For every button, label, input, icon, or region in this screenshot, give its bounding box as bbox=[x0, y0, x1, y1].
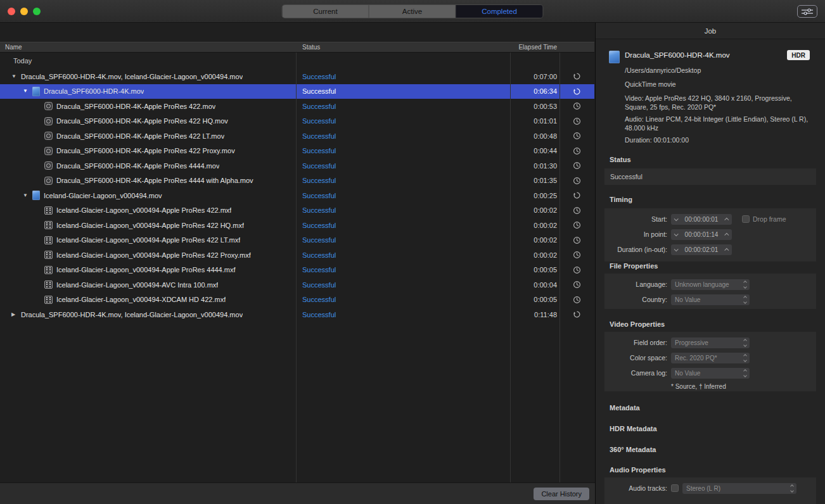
start-label: Start: bbox=[604, 215, 667, 223]
duration-in-out-label: Duration (in-out): bbox=[604, 246, 667, 253]
file-name: Dracula_SPF6000-HDR-4K.mov, Iceland-Glac… bbox=[21, 311, 243, 318]
retry-button[interactable] bbox=[560, 69, 594, 84]
duration-timecode-stepper[interactable]: 00:00:02:01 bbox=[671, 244, 732, 255]
retry-button[interactable] bbox=[560, 307, 594, 322]
minimize-window-button[interactable] bbox=[20, 8, 28, 15]
language-popup[interactable]: Unknown language bbox=[671, 279, 750, 290]
country-value: No Value bbox=[675, 296, 700, 303]
increment-icon[interactable] bbox=[724, 217, 729, 222]
clock-icon bbox=[560, 99, 594, 114]
clock-icon bbox=[560, 277, 594, 293]
table-row[interactable]: Iceland-Glacier-Lagoon_v000494-XDCAM HD … bbox=[0, 293, 594, 308]
clock-icon bbox=[560, 293, 594, 308]
output-setting-icon bbox=[44, 132, 53, 140]
status-cell: Successful bbox=[296, 69, 510, 84]
language-value: Unknown language bbox=[675, 281, 729, 288]
column-header-name[interactable]: Name bbox=[0, 42, 296, 52]
status-cell: Successful bbox=[296, 158, 510, 173]
date-group-header: Today bbox=[0, 53, 594, 69]
movie-file-icon bbox=[609, 51, 620, 63]
status-cell: Successful bbox=[296, 293, 510, 308]
color-space-popup[interactable]: Rec. 2020 PQ* bbox=[671, 353, 750, 363]
elapsed-time-cell: 0:00:25 bbox=[510, 188, 560, 203]
file-name-cell: Dracula_SPF6000-HDR-4K-Apple ProRes 422 … bbox=[0, 144, 296, 159]
table-row[interactable]: ▼Dracula_SPF6000-HDR-4K.mov, Iceland-Gla… bbox=[0, 69, 594, 84]
country-popup[interactable]: No Value bbox=[671, 294, 750, 305]
retry-button[interactable] bbox=[560, 188, 594, 203]
column-header-status[interactable]: Status bbox=[296, 42, 510, 52]
field-order-popup[interactable]: Progressive bbox=[671, 337, 750, 348]
camera-log-popup[interactable]: No Value bbox=[671, 368, 750, 379]
table-row[interactable]: ▼Iceland-Glacier-Lagoon_v000494.movSucce… bbox=[0, 188, 594, 203]
audio-properties-section-label: Audio Properties bbox=[610, 466, 666, 474]
status-cell: Successful bbox=[296, 173, 510, 189]
drop-frame-checkbox[interactable] bbox=[742, 215, 750, 223]
status-cell: Successful bbox=[296, 203, 510, 218]
file-name-cell: Iceland-Glacier-Lagoon_v000494-Apple Pro… bbox=[0, 263, 296, 278]
color-space-label: Color space: bbox=[604, 354, 667, 362]
disclosure-down-icon[interactable]: ▼ bbox=[23, 89, 32, 94]
filter-button[interactable] bbox=[797, 5, 817, 18]
disclosure-right-icon[interactable]: ▶ bbox=[11, 312, 21, 317]
popup-arrows-icon bbox=[744, 339, 746, 346]
table-row[interactable]: ▼Dracula_SPF6000-HDR-4K.movSuccessful0:0… bbox=[0, 84, 594, 99]
tab-current[interactable]: Current bbox=[283, 5, 369, 18]
table-row[interactable]: Dracula_SPF6000-HDR-4K-Apple ProRes 422 … bbox=[0, 129, 594, 144]
column-header-elapsed[interactable]: Elapsed Time bbox=[510, 42, 560, 52]
table-row[interactable]: Dracula_SPF6000-HDR-4K-Apple ProRes 422.… bbox=[0, 99, 594, 114]
status-cell: Successful bbox=[296, 233, 510, 248]
file-name-cell: ▶Dracula_SPF6000-HDR-4K.mov, Iceland-Gla… bbox=[0, 307, 296, 322]
table-row[interactable]: Iceland-Glacier-Lagoon_v000494-Apple Pro… bbox=[0, 233, 594, 248]
status-section-label: Status bbox=[610, 156, 631, 163]
audio-summary: Audio: Linear PCM, 24-bit Integer (Littl… bbox=[625, 115, 812, 132]
status-value: Successful bbox=[604, 168, 816, 185]
tab-active[interactable]: Active bbox=[369, 5, 456, 18]
file-name: Iceland-Glacier-Lagoon_v000494-Apple Pro… bbox=[56, 251, 251, 259]
file-name: Iceland-Glacier-Lagoon_v000494-Apple Pro… bbox=[56, 206, 231, 214]
elapsed-time-cell: 0:01:35 bbox=[510, 173, 560, 189]
table-row[interactable]: Iceland-Glacier-Lagoon_v000494-Apple Pro… bbox=[0, 263, 594, 278]
file-name: Dracula_SPF6000-HDR-4K-Apple ProRes 4444… bbox=[56, 162, 219, 170]
decrement-icon[interactable] bbox=[674, 247, 679, 251]
increment-icon[interactable] bbox=[724, 232, 729, 237]
table-row[interactable]: Dracula_SPF6000-HDR-4K-Apple ProRes 4444… bbox=[0, 158, 594, 173]
table-body: Today ▼Dracula_SPF6000-HDR-4K.mov, Icela… bbox=[0, 53, 594, 322]
table-row[interactable]: Iceland-Glacier-Lagoon_v000494-Apple Pro… bbox=[0, 218, 594, 233]
audio-track-checkbox[interactable] bbox=[671, 484, 679, 492]
retry-button[interactable] bbox=[560, 84, 594, 99]
table-row[interactable]: ▶Dracula_SPF6000-HDR-4K.mov, Iceland-Gla… bbox=[0, 307, 594, 322]
table-row[interactable]: Iceland-Glacier-Lagoon_v000494-Apple Pro… bbox=[0, 203, 594, 218]
column-separator bbox=[296, 42, 297, 482]
history-pane: Name Status Elapsed Time Today ▼Dracula_… bbox=[0, 23, 595, 504]
audio-tracks-label: Audio tracks: bbox=[604, 484, 667, 492]
table-row[interactable]: Iceland-Glacier-Lagoon_v000494-AVC Intra… bbox=[0, 277, 594, 293]
zoom-window-button[interactable] bbox=[33, 8, 41, 15]
close-window-button[interactable] bbox=[8, 8, 15, 15]
audio-tracks-value: Stereo (L R) bbox=[686, 485, 720, 492]
table-row[interactable]: Iceland-Glacier-Lagoon_v000494-Apple Pro… bbox=[0, 248, 594, 263]
clock-icon bbox=[560, 263, 594, 278]
mxf-file-icon bbox=[44, 266, 53, 274]
disclosure-down-icon[interactable]: ▼ bbox=[23, 193, 32, 198]
elapsed-time-cell: 0:00:05 bbox=[510, 293, 560, 308]
audio-tracks-popup[interactable]: Stereo (L R) bbox=[682, 483, 796, 494]
in-point-timecode-stepper[interactable]: 00:00:01:14 bbox=[671, 229, 732, 240]
table-row[interactable]: Dracula_SPF6000-HDR-4K-Apple ProRes 4444… bbox=[0, 173, 594, 189]
clock-icon bbox=[560, 233, 594, 248]
country-label: Country: bbox=[604, 296, 667, 303]
clear-history-button[interactable]: Clear History bbox=[534, 488, 589, 500]
start-timecode-stepper[interactable]: 00:00:00:01 bbox=[671, 214, 732, 225]
table-row[interactable]: Dracula_SPF6000-HDR-4K-Apple ProRes 422 … bbox=[0, 114, 594, 129]
tab-completed[interactable]: Completed bbox=[456, 5, 543, 18]
clock-icon bbox=[560, 173, 594, 189]
disclosure-down-icon[interactable]: ▼ bbox=[11, 74, 21, 79]
view-segmented-control: CurrentActiveCompleted bbox=[282, 4, 544, 18]
file-kind: QuickTime movie bbox=[625, 80, 812, 89]
table-row[interactable]: Dracula_SPF6000-HDR-4K-Apple ProRes 422 … bbox=[0, 144, 594, 159]
increment-icon[interactable] bbox=[724, 248, 729, 252]
drop-frame-control[interactable]: Drop frame bbox=[742, 215, 786, 223]
decrement-icon[interactable] bbox=[674, 232, 679, 236]
file-name: Iceland-Glacier-Lagoon_v000494-Apple Pro… bbox=[56, 266, 236, 274]
decrement-icon[interactable] bbox=[674, 217, 679, 221]
output-setting-icon bbox=[44, 147, 53, 155]
